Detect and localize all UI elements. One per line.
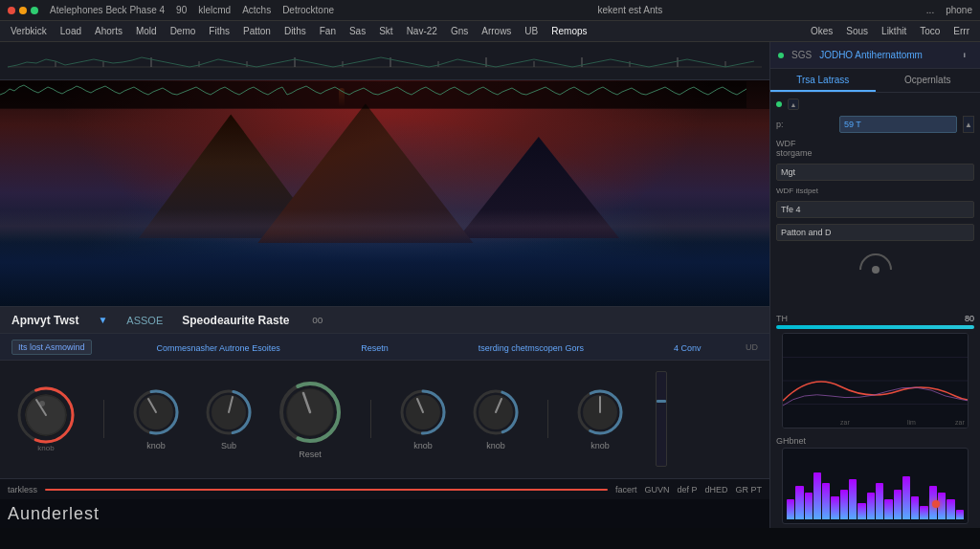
- menu-fan[interactable]: Fan: [313, 21, 343, 41]
- menu-nav22[interactable]: Nav-22: [400, 21, 444, 41]
- vertical-slider[interactable]: [656, 371, 667, 467]
- eq-area[interactable]: zar lim zar: [782, 333, 969, 428]
- svg-text:zar: zar: [840, 419, 850, 426]
- menu-mold[interactable]: Mold: [129, 21, 164, 41]
- knob-5-label: knob: [486, 441, 505, 450]
- spec-bar-6: [831, 496, 838, 520]
- right-header-label1: SGS: [791, 50, 812, 60]
- menu-likthit[interactable]: Likthit: [875, 21, 913, 41]
- spectrum-bars: [783, 449, 968, 523]
- knob-arc-4[interactable]: [398, 387, 448, 437]
- menu-ahorts[interactable]: Ahorts: [88, 21, 129, 41]
- eq-title: TH: [776, 314, 788, 323]
- section3-label: tserding chetmscopen Gors: [433, 341, 629, 353]
- window-controls[interactable]: [8, 7, 38, 14]
- divider-1: [103, 400, 104, 438]
- spec-bar-5: [822, 483, 830, 520]
- panel-control-mgt[interactable]: Mgt: [776, 164, 974, 181]
- eq-value: 80: [965, 314, 974, 323]
- knob-6-label: knob: [590, 441, 610, 450]
- menu-diths[interactable]: Diths: [278, 21, 313, 41]
- panel-label-midi: WDF itsdpet: [776, 187, 834, 195]
- knob-arc-center[interactable]: [277, 379, 344, 446]
- menu-toco[interactable]: Toco: [913, 21, 947, 41]
- knob-arc-2[interactable]: [131, 387, 181, 437]
- menu-sous[interactable]: Sous: [839, 21, 875, 41]
- spec-bar-3: [805, 493, 813, 519]
- svg-rect-17: [0, 81, 746, 108]
- tab3-label[interactable]: Detrocktone: [282, 5, 334, 15]
- menu-arrows[interactable]: Arrows: [475, 21, 518, 41]
- plugin-mode-label: Speodeaurite Raste: [182, 314, 289, 327]
- timeline-area: [0, 42, 769, 80]
- plugin-input-field[interactable]: Its lost Asmowind: [11, 340, 92, 355]
- right-panel-button-icon: i: [964, 51, 966, 59]
- knob-group-2: knob: [131, 387, 181, 450]
- knob-group-4: knob: [398, 387, 448, 450]
- menu-ub[interactable]: UB: [518, 21, 545, 41]
- section2-label: Resetn: [345, 341, 405, 353]
- menu-errr[interactable]: Errr: [947, 21, 976, 41]
- app-title: Atelephones Beck Phase 4: [50, 5, 165, 15]
- plugin-header: Apnvyt Twst ▼ ASSOE Speodeaurite Raste o…: [0, 307, 769, 334]
- knob-arc-1[interactable]: [15, 384, 77, 446]
- right-panel-content: ▲ p: 59 T ▲ WDF storgame Mgt: [770, 93, 980, 314]
- menu-okes[interactable]: Okes: [804, 21, 839, 41]
- panel-patton-text: Patton and D: [781, 228, 832, 237]
- up-button[interactable]: ▲: [963, 116, 974, 133]
- plugin-name: Apnvyt Twst: [11, 314, 78, 327]
- knob-group-1: knob: [15, 384, 77, 452]
- phone-label: phone: [946, 5, 972, 15]
- small-button[interactable]: ▲: [788, 99, 799, 110]
- svg-text:lim: lim: [907, 419, 916, 426]
- bottom-label: Aunderlest: [8, 504, 100, 524]
- menu-verbkick[interactable]: Verbkick: [4, 21, 54, 41]
- panel-control-value[interactable]: 59 T: [839, 116, 957, 133]
- close-button[interactable]: [8, 7, 15, 14]
- knob-arc-3[interactable]: [204, 387, 254, 437]
- transport-progress[interactable]: [45, 489, 608, 491]
- transport-label-1: facert: [615, 485, 637, 494]
- menu-sas[interactable]: Sas: [343, 21, 372, 41]
- right-panel: SGS JODHO Antihernattomm i Trsa Latrass …: [769, 42, 980, 528]
- bottom-bar: Aunderlest: [0, 499, 769, 528]
- divider-3: [547, 400, 548, 438]
- knob-arc-5[interactable]: [471, 387, 521, 437]
- menu-gns[interactable]: Gns: [444, 21, 475, 41]
- spec-bar-7: [840, 490, 848, 520]
- panel-row-wdf: WDF storgame: [776, 139, 974, 158]
- menu-patton[interactable]: Patton: [236, 21, 278, 41]
- panel-row-dot: ▲: [776, 99, 974, 110]
- menu-remops[interactable]: Remops: [545, 21, 593, 41]
- plugin-mode: ASSOE: [126, 315, 163, 326]
- tab-trsa-latrass[interactable]: Trsa Latrass: [770, 69, 876, 92]
- spec-bar-20: [956, 510, 964, 520]
- menu-fiths[interactable]: Fiths: [202, 21, 236, 41]
- panel-control-patton[interactable]: Patton and D: [776, 224, 974, 241]
- menu-demo[interactable]: Demo: [164, 21, 203, 41]
- spec-bar-9: [858, 503, 865, 520]
- meter-title: GHbnet: [776, 436, 974, 446]
- knob-arc-6[interactable]: [575, 387, 625, 437]
- tab1-label[interactable]: klelcmd: [198, 5, 231, 15]
- green-dot-indicator: [776, 101, 782, 107]
- meter-area: [782, 448, 969, 524]
- arc-icon: [857, 251, 895, 274]
- transport-label-3: def P: [677, 485, 697, 494]
- menu-load[interactable]: Load: [54, 21, 88, 41]
- svg-text:zar: zar: [955, 419, 965, 426]
- right-header-label2: JODHO Antihernattomm: [819, 50, 949, 60]
- tab2-label[interactable]: Actchs: [242, 5, 271, 15]
- knob-group-3: Sub: [204, 387, 254, 450]
- maximize-button[interactable]: [31, 7, 38, 14]
- panel-control-tfe[interactable]: Tfe 4: [776, 201, 974, 218]
- status-indicator: [778, 53, 784, 58]
- title-bar: Atelephones Beck Phase 4 90 klelcmd Actc…: [0, 0, 980, 21]
- spec-bar-16: [920, 506, 927, 519]
- tab-ocpernlats[interactable]: Ocpernlats: [876, 69, 981, 92]
- right-controls: [656, 371, 667, 467]
- menu-skt[interactable]: Skt: [372, 21, 399, 41]
- transport-label-0: tarkless: [8, 485, 37, 494]
- minimize-button[interactable]: [19, 7, 27, 14]
- right-panel-button[interactable]: i: [957, 48, 972, 63]
